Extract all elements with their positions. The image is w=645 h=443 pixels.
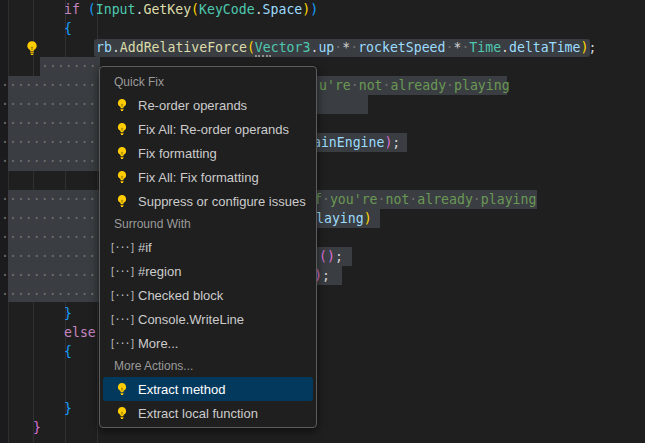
leading-whitespace-dots: ············ bbox=[1, 133, 96, 152]
menu-item-console-writeline[interactable]: [···]Console.WriteLine bbox=[103, 307, 313, 331]
code-token: already bbox=[417, 192, 473, 207]
code-token: ; bbox=[392, 135, 400, 150]
code-token: · bbox=[350, 40, 358, 55]
menu-item-label: Fix All: Fix formatting bbox=[138, 170, 259, 185]
code-line[interactable]: rb.AddRelativeForce(Vector3.up·*·rocketS… bbox=[96, 38, 596, 57]
code-token: up bbox=[318, 40, 334, 55]
menu-section-header-surround-with: Surround With bbox=[100, 213, 316, 235]
code-token: u're bbox=[319, 78, 351, 93]
code-token: not bbox=[386, 192, 410, 207]
code-token: already bbox=[391, 78, 447, 93]
code-token: ; bbox=[322, 268, 330, 283]
code-line[interactable]: } bbox=[64, 304, 72, 323]
code-token: ( bbox=[191, 2, 199, 17]
menu-item-region[interactable]: [···]#region bbox=[103, 259, 313, 283]
code-token: · bbox=[473, 192, 481, 207]
code-token: ; bbox=[588, 40, 596, 55]
menu-item-label: #region bbox=[138, 264, 181, 279]
code-token: GetKey bbox=[143, 2, 191, 17]
code-token: · bbox=[378, 192, 386, 207]
lightbulb-icon[interactable] bbox=[24, 40, 40, 56]
code-token: playing bbox=[454, 78, 510, 93]
menu-item-extract-method[interactable]: Extract method bbox=[103, 377, 313, 401]
code-token: ( bbox=[88, 2, 96, 17]
menu-item-label: Extract method bbox=[138, 382, 225, 397]
menu-section-header-quick-fix: Quick Fix bbox=[100, 71, 316, 93]
code-token: ) bbox=[364, 211, 372, 226]
code-token bbox=[80, 2, 88, 17]
code-token: ( bbox=[247, 40, 255, 55]
surround-with-icon: [···] bbox=[114, 314, 130, 325]
surround-with-icon: [···] bbox=[114, 266, 130, 277]
code-line[interactable]: { bbox=[64, 342, 72, 361]
menu-item-fix-all-fix-formatting[interactable]: Fix All: Fix formatting bbox=[103, 165, 313, 189]
code-line[interactable]: f·you're·not·already·playing bbox=[314, 190, 536, 209]
menu-item-label: More... bbox=[138, 336, 178, 351]
hint-squiggle bbox=[255, 55, 271, 57]
code-token: · bbox=[383, 78, 391, 93]
surround-with-icon: [···] bbox=[114, 338, 130, 349]
menu-item-more[interactable]: [···]More... bbox=[103, 331, 313, 355]
code-token: ( bbox=[319, 249, 327, 264]
code-line[interactable]: (); bbox=[319, 247, 343, 266]
quick-fix-menu: Quick FixRe-order operandsFix All: Re-or… bbox=[99, 66, 317, 428]
leading-whitespace-dots: ············ bbox=[1, 247, 96, 266]
menu-item-label: Re-order operands bbox=[138, 98, 247, 113]
code-line[interactable]: laying) bbox=[316, 209, 372, 228]
leading-whitespace-dots: ············ bbox=[1, 76, 96, 95]
code-token: deltaTime bbox=[509, 40, 580, 55]
code-token: rocketSpeed bbox=[358, 40, 445, 55]
code-token: · bbox=[322, 192, 330, 207]
menu-item-checked-block[interactable]: [···]Checked block bbox=[103, 283, 313, 307]
leading-whitespace-dots: ············ bbox=[1, 228, 96, 247]
code-line[interactable]: mainEngine); bbox=[305, 133, 400, 152]
code-line[interactable]: u're·not·already·playing bbox=[319, 76, 510, 95]
code-token: { bbox=[64, 21, 72, 36]
code-token: . bbox=[112, 40, 120, 55]
code-line[interactable]: if (Input.GetKey(KeyCode.Space)) bbox=[64, 0, 318, 19]
menu-item-label: Fix formatting bbox=[138, 146, 217, 161]
code-token: you're bbox=[330, 192, 378, 207]
lightbulb-icon bbox=[114, 122, 130, 136]
code-token: rb bbox=[96, 40, 112, 55]
code-line[interactable]: { bbox=[64, 19, 72, 38]
menu-item-suppress-or-configure-issues[interactable]: Suppress or configure issues bbox=[103, 189, 313, 213]
code-token: . bbox=[501, 40, 509, 55]
code-token: Space bbox=[263, 2, 303, 17]
menu-item-if[interactable]: [···]#if bbox=[103, 235, 313, 259]
code-token: } bbox=[64, 306, 72, 321]
menu-item-label: Extract local function bbox=[138, 406, 258, 421]
menu-item-fix-all-re-order-operands[interactable]: Fix All: Re-order operands bbox=[103, 117, 313, 141]
menu-item-extract-local-function[interactable]: Extract local function bbox=[103, 401, 313, 425]
leading-whitespace-dots: ············ bbox=[1, 285, 96, 304]
menu-item-label: Suppress or configure issues bbox=[138, 194, 306, 209]
code-token: else bbox=[64, 325, 96, 340]
lightbulb-icon bbox=[114, 98, 130, 112]
menu-item-fix-formatting[interactable]: Fix formatting bbox=[103, 141, 313, 165]
leading-whitespace-dots: ············ bbox=[1, 190, 96, 209]
code-token: laying bbox=[316, 211, 364, 226]
leading-whitespace-dots: ············ bbox=[1, 95, 96, 114]
code-token: ) bbox=[327, 249, 335, 264]
code-line[interactable]: } bbox=[64, 399, 72, 418]
lightbulb-icon bbox=[114, 170, 130, 184]
menu-item-re-order-operands[interactable]: Re-order operands bbox=[103, 93, 313, 117]
code-token: } bbox=[33, 420, 41, 435]
lightbulb-icon bbox=[114, 382, 130, 396]
code-token: · bbox=[446, 78, 454, 93]
code-token: Vector3 bbox=[255, 40, 311, 55]
code-token: * bbox=[342, 40, 350, 55]
code-token: if bbox=[64, 2, 80, 17]
code-token: ; bbox=[335, 249, 343, 264]
code-line[interactable]: else bbox=[64, 323, 96, 342]
code-token: AddRelativeForce bbox=[120, 40, 247, 55]
code-token: ) bbox=[310, 2, 318, 17]
code-line[interactable]: } bbox=[33, 418, 41, 437]
surround-with-icon: [···] bbox=[114, 290, 130, 301]
menu-section-header-more-actions: More Actions... bbox=[100, 355, 316, 377]
leading-whitespace-dots: ············ bbox=[1, 152, 96, 171]
lightbulb-icon bbox=[114, 194, 130, 208]
code-token: . bbox=[255, 2, 263, 17]
code-token: · bbox=[351, 78, 359, 93]
code-token: Input bbox=[96, 2, 136, 17]
